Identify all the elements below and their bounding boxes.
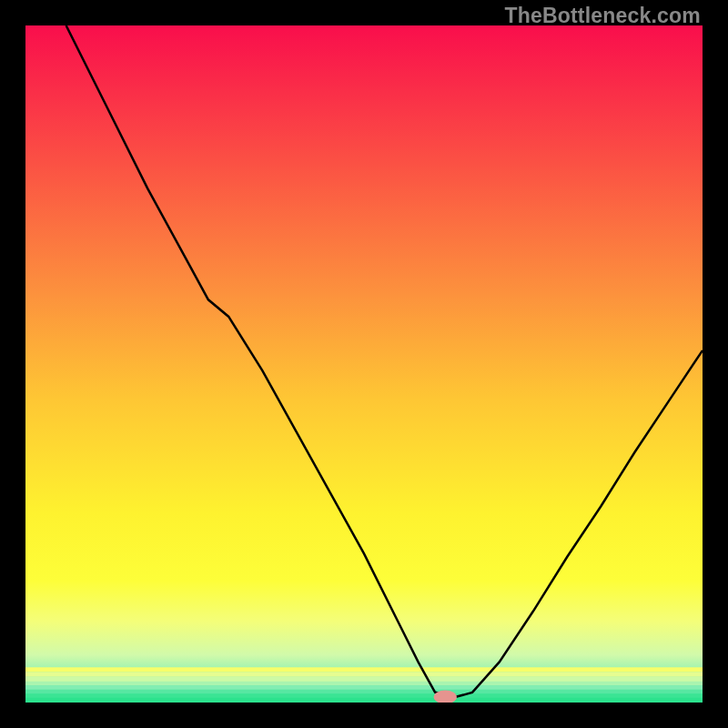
svg-rect-4 (25, 685, 703, 689)
svg-rect-5 (25, 690, 703, 693)
bottom-gradient-stripes (25, 667, 703, 703)
bottleneck-chart (25, 25, 703, 703)
watermark-text: TheBottleneck.com (504, 4, 701, 28)
svg-rect-0 (25, 667, 703, 672)
svg-rect-2 (25, 677, 703, 682)
svg-rect-6 (25, 693, 703, 697)
gradient-background (25, 25, 703, 703)
chart-frame (25, 25, 703, 703)
svg-rect-1 (25, 672, 703, 677)
svg-rect-7 (25, 698, 703, 703)
svg-rect-3 (25, 682, 703, 685)
